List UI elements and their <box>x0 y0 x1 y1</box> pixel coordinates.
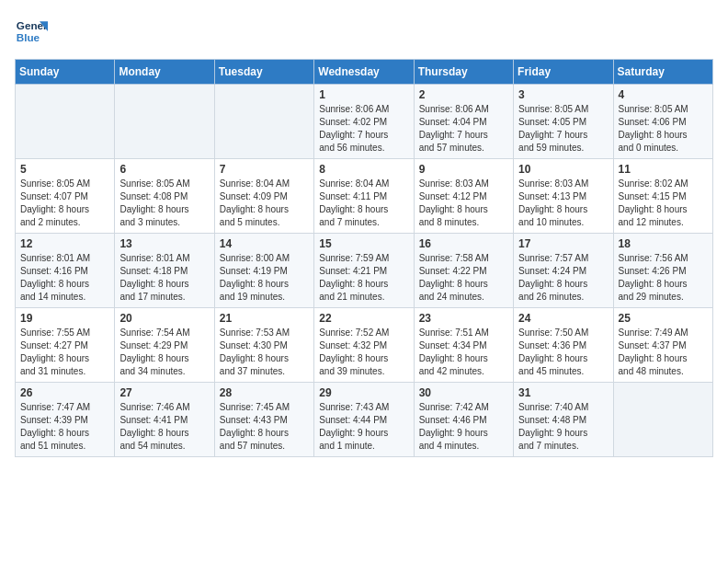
calendar-cell: 10Sunrise: 8:03 AM Sunset: 4:13 PM Dayli… <box>514 159 613 234</box>
calendar-cell: 12Sunrise: 8:01 AM Sunset: 4:16 PM Dayli… <box>16 234 115 308</box>
day-info: Sunrise: 7:59 AM Sunset: 4:21 PM Dayligh… <box>319 252 408 304</box>
day-number: 21 <box>220 312 309 325</box>
calendar-cell: 26Sunrise: 7:47 AM Sunset: 4:39 PM Dayli… <box>16 383 115 457</box>
day-number: 19 <box>20 312 109 325</box>
day-number: 12 <box>20 237 109 250</box>
week-row-3: 12Sunrise: 8:01 AM Sunset: 4:16 PM Dayli… <box>16 234 713 308</box>
calendar-cell: 25Sunrise: 7:49 AM Sunset: 4:37 PM Dayli… <box>613 308 712 383</box>
header-friday: Friday <box>514 60 613 85</box>
day-number: 1 <box>319 88 408 101</box>
day-info: Sunrise: 8:04 AM Sunset: 4:11 PM Dayligh… <box>319 178 408 229</box>
day-number: 5 <box>20 163 109 176</box>
calendar-cell <box>115 85 214 159</box>
calendar-cell: 11Sunrise: 8:02 AM Sunset: 4:15 PM Dayli… <box>613 159 712 234</box>
header-thursday: Thursday <box>414 60 513 85</box>
day-info: Sunrise: 7:49 AM Sunset: 4:37 PM Dayligh… <box>619 327 708 378</box>
calendar-cell <box>214 85 313 159</box>
calendar-header-row: SundayMondayTuesdayWednesdayThursdayFrid… <box>16 60 713 85</box>
day-info: Sunrise: 8:01 AM Sunset: 4:18 PM Dayligh… <box>119 252 209 304</box>
day-info: Sunrise: 8:05 AM Sunset: 4:06 PM Dayligh… <box>619 103 708 155</box>
calendar-table: SundayMondayTuesdayWednesdayThursdayFrid… <box>15 59 713 457</box>
day-info: Sunrise: 7:45 AM Sunset: 4:43 PM Dayligh… <box>220 401 309 453</box>
day-info: Sunrise: 8:05 AM Sunset: 4:08 PM Dayligh… <box>119 178 209 229</box>
day-info: Sunrise: 8:06 AM Sunset: 4:04 PM Dayligh… <box>419 103 508 155</box>
day-number: 28 <box>220 386 309 399</box>
svg-text:Blue: Blue <box>17 31 40 43</box>
day-info: Sunrise: 8:05 AM Sunset: 4:05 PM Dayligh… <box>518 103 608 155</box>
calendar-cell: 3Sunrise: 8:05 AM Sunset: 4:05 PM Daylig… <box>514 85 613 159</box>
day-number: 11 <box>619 163 708 176</box>
calendar-cell: 24Sunrise: 7:50 AM Sunset: 4:36 PM Dayli… <box>514 308 613 383</box>
day-info: Sunrise: 7:50 AM Sunset: 4:36 PM Dayligh… <box>518 327 608 378</box>
day-number: 15 <box>319 237 408 250</box>
day-info: Sunrise: 8:03 AM Sunset: 4:13 PM Dayligh… <box>518 178 608 229</box>
calendar-cell: 1Sunrise: 8:06 AM Sunset: 4:02 PM Daylig… <box>314 85 414 159</box>
day-info: Sunrise: 7:54 AM Sunset: 4:29 PM Dayligh… <box>119 327 209 378</box>
calendar-cell: 29Sunrise: 7:43 AM Sunset: 4:44 PM Dayli… <box>314 383 414 457</box>
calendar-cell: 5Sunrise: 8:05 AM Sunset: 4:07 PM Daylig… <box>16 159 115 234</box>
logo: General Blue <box>15 15 48 48</box>
day-info: Sunrise: 7:58 AM Sunset: 4:22 PM Dayligh… <box>419 252 508 304</box>
day-number: 9 <box>419 163 508 176</box>
calendar-cell: 28Sunrise: 7:45 AM Sunset: 4:43 PM Dayli… <box>214 383 313 457</box>
day-number: 18 <box>619 237 708 250</box>
day-info: Sunrise: 8:03 AM Sunset: 4:12 PM Dayligh… <box>419 178 508 229</box>
day-number: 22 <box>319 312 408 325</box>
calendar-cell: 7Sunrise: 8:04 AM Sunset: 4:09 PM Daylig… <box>214 159 313 234</box>
day-number: 20 <box>119 312 209 325</box>
day-number: 8 <box>319 163 408 176</box>
day-number: 24 <box>518 312 608 325</box>
day-number: 6 <box>119 163 209 176</box>
day-info: Sunrise: 8:05 AM Sunset: 4:07 PM Dayligh… <box>20 178 109 229</box>
calendar-cell: 31Sunrise: 7:40 AM Sunset: 4:48 PM Dayli… <box>514 383 613 457</box>
day-info: Sunrise: 7:40 AM Sunset: 4:48 PM Dayligh… <box>518 401 608 453</box>
day-info: Sunrise: 7:42 AM Sunset: 4:46 PM Dayligh… <box>419 401 508 453</box>
day-number: 25 <box>619 312 708 325</box>
week-row-4: 19Sunrise: 7:55 AM Sunset: 4:27 PM Dayli… <box>16 308 713 383</box>
day-number: 27 <box>119 386 209 399</box>
header-tuesday: Tuesday <box>214 60 313 85</box>
day-number: 7 <box>220 163 309 176</box>
calendar-cell: 9Sunrise: 8:03 AM Sunset: 4:12 PM Daylig… <box>414 159 513 234</box>
day-number: 23 <box>419 312 508 325</box>
day-info: Sunrise: 8:06 AM Sunset: 4:02 PM Dayligh… <box>319 103 408 155</box>
day-info: Sunrise: 8:01 AM Sunset: 4:16 PM Dayligh… <box>20 252 109 304</box>
calendar-cell <box>613 383 712 457</box>
week-row-1: 1Sunrise: 8:06 AM Sunset: 4:02 PM Daylig… <box>16 85 713 159</box>
day-info: Sunrise: 8:04 AM Sunset: 4:09 PM Dayligh… <box>220 178 309 229</box>
day-info: Sunrise: 7:47 AM Sunset: 4:39 PM Dayligh… <box>20 401 109 453</box>
day-number: 30 <box>419 386 508 399</box>
day-info: Sunrise: 7:55 AM Sunset: 4:27 PM Dayligh… <box>20 327 109 378</box>
day-number: 17 <box>518 237 608 250</box>
day-number: 31 <box>518 386 608 399</box>
calendar-cell: 17Sunrise: 7:57 AM Sunset: 4:24 PM Dayli… <box>514 234 613 308</box>
header-sunday: Sunday <box>16 60 115 85</box>
calendar-cell: 23Sunrise: 7:51 AM Sunset: 4:34 PM Dayli… <box>414 308 513 383</box>
day-info: Sunrise: 8:02 AM Sunset: 4:15 PM Dayligh… <box>619 178 708 229</box>
logo-icon: General Blue <box>15 15 48 48</box>
week-row-5: 26Sunrise: 7:47 AM Sunset: 4:39 PM Dayli… <box>16 383 713 457</box>
week-row-2: 5Sunrise: 8:05 AM Sunset: 4:07 PM Daylig… <box>16 159 713 234</box>
calendar-cell: 16Sunrise: 7:58 AM Sunset: 4:22 PM Dayli… <box>414 234 513 308</box>
day-number: 14 <box>220 237 309 250</box>
calendar-cell: 21Sunrise: 7:53 AM Sunset: 4:30 PM Dayli… <box>214 308 313 383</box>
day-info: Sunrise: 7:56 AM Sunset: 4:26 PM Dayligh… <box>619 252 708 304</box>
day-info: Sunrise: 8:00 AM Sunset: 4:19 PM Dayligh… <box>220 252 309 304</box>
calendar-cell <box>16 85 115 159</box>
header-monday: Monday <box>115 60 214 85</box>
header-wednesday: Wednesday <box>314 60 414 85</box>
calendar-cell: 6Sunrise: 8:05 AM Sunset: 4:08 PM Daylig… <box>115 159 214 234</box>
calendar-cell: 4Sunrise: 8:05 AM Sunset: 4:06 PM Daylig… <box>613 85 712 159</box>
day-info: Sunrise: 7:53 AM Sunset: 4:30 PM Dayligh… <box>220 327 309 378</box>
calendar-cell: 30Sunrise: 7:42 AM Sunset: 4:46 PM Dayli… <box>414 383 513 457</box>
day-info: Sunrise: 7:52 AM Sunset: 4:32 PM Dayligh… <box>319 327 408 378</box>
calendar-cell: 20Sunrise: 7:54 AM Sunset: 4:29 PM Dayli… <box>115 308 214 383</box>
calendar-cell: 18Sunrise: 7:56 AM Sunset: 4:26 PM Dayli… <box>613 234 712 308</box>
day-info: Sunrise: 7:46 AM Sunset: 4:41 PM Dayligh… <box>119 401 209 453</box>
day-number: 13 <box>119 237 209 250</box>
day-number: 29 <box>319 386 408 399</box>
day-number: 3 <box>518 88 608 101</box>
page-header: General Blue <box>15 15 713 48</box>
day-info: Sunrise: 7:51 AM Sunset: 4:34 PM Dayligh… <box>419 327 508 378</box>
calendar-cell: 13Sunrise: 8:01 AM Sunset: 4:18 PM Dayli… <box>115 234 214 308</box>
